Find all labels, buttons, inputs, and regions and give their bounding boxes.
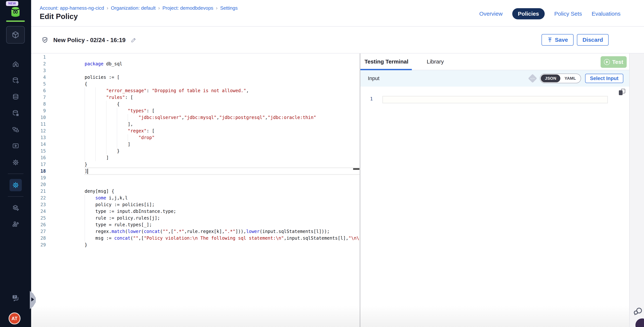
breadcrumb-item[interactable]: Account: app-harness-ng-cicd bbox=[40, 5, 104, 11]
code-line[interactable]: "regex": [ bbox=[84, 128, 360, 134]
upload-icon bbox=[547, 37, 553, 43]
line-number: 24 bbox=[31, 208, 54, 215]
code-line[interactable]: "jdbc:sqlserver","jdbc:mysql","jdbc:post… bbox=[84, 114, 360, 121]
input-active-line[interactable] bbox=[382, 96, 608, 103]
input-label: Input bbox=[368, 75, 380, 81]
breadcrumb-item[interactable]: Organization: default bbox=[111, 5, 156, 11]
line-number: 14 bbox=[31, 141, 54, 148]
sidebar-item-layers-gear[interactable] bbox=[10, 202, 22, 214]
layers-gear-icon bbox=[12, 204, 20, 212]
code-line[interactable]: "types": [ bbox=[84, 107, 360, 114]
database-dots-icon bbox=[12, 109, 20, 117]
pipeline-icon bbox=[12, 126, 20, 133]
code-line[interactable]: deny[msg] { bbox=[84, 188, 360, 195]
tab-testing-terminal[interactable]: Testing Terminal bbox=[364, 53, 408, 70]
breadcrumb-separator: › bbox=[216, 5, 218, 11]
code-line[interactable] bbox=[84, 54, 360, 60]
code-line[interactable]: } bbox=[84, 161, 360, 168]
line-number: 16 bbox=[31, 154, 54, 161]
sidebar-item-database-gear[interactable] bbox=[10, 74, 22, 87]
header-tab-overview[interactable]: Overview bbox=[479, 10, 502, 17]
breadcrumb-separator: › bbox=[158, 5, 160, 11]
line-number: 8 bbox=[31, 101, 54, 107]
code-line[interactable]: ] bbox=[84, 141, 360, 148]
edit-pencil-icon[interactable] bbox=[130, 37, 137, 43]
save-button[interactable]: Save bbox=[542, 34, 574, 46]
code-line[interactable]: msg := concat("",["Policy violation:\n T… bbox=[84, 235, 360, 242]
sidebar-item-gear[interactable] bbox=[10, 156, 22, 169]
line-number: 7 bbox=[31, 94, 54, 101]
line-number: 18 bbox=[31, 168, 54, 174]
code-line[interactable] bbox=[84, 174, 360, 181]
line-number: 13 bbox=[31, 134, 54, 141]
line-number: 5 bbox=[31, 81, 54, 87]
line-number: 22 bbox=[31, 195, 54, 201]
help-chat-button[interactable]: ? bbox=[9, 293, 22, 303]
sidebar-item-home[interactable] bbox=[10, 58, 22, 70]
policy-name: New Policy - 02/24 - 16:19 bbox=[53, 37, 126, 43]
code-line[interactable] bbox=[84, 67, 360, 74]
line-number: 2 bbox=[31, 60, 54, 67]
sidebar-item-gear[interactable] bbox=[10, 179, 22, 191]
header-tabs: OverviewPoliciesPolicy SetsEvaluations bbox=[479, 8, 620, 19]
gear-icon bbox=[12, 181, 20, 189]
code-line[interactable]: policies := [ bbox=[84, 74, 360, 81]
code-line[interactable]: { bbox=[84, 81, 360, 87]
code-line[interactable]: package db_sql bbox=[84, 60, 360, 67]
edit-policy-page: NEW ∞ ? AT bbox=[0, 0, 644, 327]
code-line[interactable]: ] bbox=[84, 168, 360, 174]
sidebar-item-database-stack[interactable] bbox=[10, 91, 22, 103]
code-line[interactable]: "error_message": "Dropping of table is n… bbox=[84, 87, 360, 94]
gear-icon bbox=[12, 159, 20, 166]
format-option-yaml[interactable]: YAML bbox=[560, 74, 580, 82]
database-stack-icon bbox=[12, 93, 20, 101]
module-selector[interactable] bbox=[6, 26, 25, 43]
header-tab-evaluations[interactable]: Evaluations bbox=[592, 10, 620, 17]
discard-button[interactable]: Discard bbox=[577, 34, 608, 46]
policy-code-editor[interactable]: 1234567891011121314151617181920212223242… bbox=[31, 53, 360, 327]
code-line[interactable]: type = rule.types[_]; bbox=[84, 221, 360, 228]
code-line[interactable]: type := input.dbInstance.type; bbox=[84, 208, 360, 215]
test-button[interactable]: Test bbox=[600, 56, 627, 68]
header-tab-policies[interactable]: Policies bbox=[512, 8, 544, 19]
sidebar-item-network-gear[interactable] bbox=[10, 218, 22, 230]
header-tab-policy-sets[interactable]: Policy Sets bbox=[554, 10, 582, 17]
line-number: 19 bbox=[31, 174, 54, 181]
select-input-button[interactable]: Select Input bbox=[585, 74, 623, 83]
harness-db-devops-logo-icon[interactable]: ∞ bbox=[9, 6, 22, 17]
code-line[interactable]: "rules": [ bbox=[84, 94, 360, 101]
code-line[interactable]: { bbox=[84, 101, 360, 107]
help-chat-icon: ? bbox=[11, 294, 20, 302]
sidebar-item-pipeline[interactable] bbox=[10, 123, 22, 136]
test-input-editor[interactable]: 1 bbox=[360, 87, 629, 327]
user-avatar[interactable]: AT bbox=[8, 313, 20, 325]
code-line[interactable]: some i,j,k,l bbox=[84, 195, 360, 201]
line-number: 11 bbox=[31, 121, 54, 128]
line-number: 17 bbox=[31, 161, 54, 168]
line-number: 26 bbox=[31, 221, 54, 228]
tab-library[interactable]: Library bbox=[427, 53, 444, 70]
code-line[interactable]: policy := policies[i]; bbox=[84, 201, 360, 208]
code-line[interactable]: rule := policy.rules[j]; bbox=[84, 215, 360, 221]
breadcrumb-item[interactable]: Settings bbox=[220, 5, 238, 11]
code-line[interactable]: "drop" bbox=[84, 134, 360, 141]
code-line[interactable]: ] bbox=[84, 154, 360, 161]
code-gutter: 1234567891011121314151617181920212223242… bbox=[31, 54, 54, 248]
breadcrumb-item[interactable]: Project: demodbdevops bbox=[162, 5, 213, 11]
code-line[interactable]: } bbox=[84, 148, 360, 154]
sidebar-divider bbox=[8, 174, 24, 174]
format-option-json[interactable]: JSON bbox=[541, 74, 560, 82]
code-line[interactable] bbox=[84, 181, 360, 188]
sidebar-item-executions[interactable] bbox=[10, 140, 22, 152]
code-format-icon: </> bbox=[528, 74, 537, 83]
support-chat-button[interactable] bbox=[633, 307, 642, 316]
line-number: 23 bbox=[31, 201, 54, 208]
policy-toolbar: New Policy - 02/24 - 16:19 Save Discard bbox=[31, 27, 644, 53]
copy-icon[interactable] bbox=[619, 89, 625, 95]
code-line[interactable]: } bbox=[84, 242, 360, 248]
line-number: 9 bbox=[31, 107, 54, 114]
code-line[interactable]: ], bbox=[84, 121, 360, 128]
sidebar-item-database-dots[interactable] bbox=[10, 107, 22, 119]
svg-text:?: ? bbox=[14, 295, 16, 299]
code-line[interactable]: regex.match(lower(concat("",[".*",rule.r… bbox=[84, 228, 360, 235]
